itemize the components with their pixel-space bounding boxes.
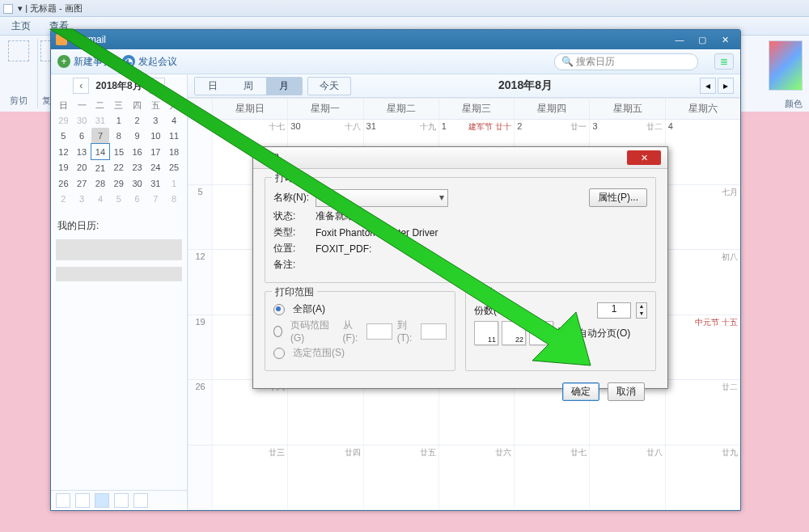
mini-cal-day[interactable]: 1: [109, 112, 128, 128]
mini-cal-day[interactable]: 4: [165, 112, 184, 128]
mini-cal-day[interactable]: 19: [54, 160, 73, 176]
mini-cal-day[interactable]: 13: [73, 144, 91, 160]
mini-cal-day[interactable]: 11: [165, 128, 184, 144]
mini-calendar[interactable]: 日一二三四五六 29303112345678910111213141516171…: [51, 97, 187, 208]
mini-cal-day[interactable]: 17: [146, 144, 165, 160]
print-ok-button[interactable]: 确定: [562, 382, 599, 401]
mini-cal-day[interactable]: 29: [109, 175, 128, 191]
range-all-radio[interactable]: [273, 304, 285, 315]
start-meeting-button[interactable]: ◔ 发起会议: [122, 55, 177, 69]
mini-cal-day[interactable]: 18: [165, 144, 184, 160]
month-day-cell[interactable]: 4: [665, 120, 740, 184]
print-close-button[interactable]: ✕: [627, 150, 661, 165]
mini-cal-day[interactable]: 29: [54, 112, 73, 128]
mini-cal-day[interactable]: 27: [73, 175, 91, 191]
calendar-tab-icon[interactable]: [95, 493, 109, 508]
month-day-cell[interactable]: 中元节 十五: [665, 315, 740, 380]
month-day-cell[interactable]: 七月: [665, 185, 740, 250]
mini-cal-day[interactable]: 6: [73, 128, 91, 144]
month-day-cell[interactable]: 廿六: [438, 445, 514, 510]
view-month-button[interactable]: 月: [266, 78, 302, 95]
printer-properties-button[interactable]: 属性(P)...: [589, 188, 647, 207]
mini-cal-day[interactable]: 15: [109, 144, 128, 160]
print-dialog-titlebar[interactable]: 打印 ✕: [253, 147, 667, 169]
mini-cal-day[interactable]: 2: [128, 112, 146, 128]
today-button[interactable]: 今天: [307, 77, 351, 95]
month-day-cell[interactable]: 廿七: [514, 445, 589, 510]
collate-label: 自动分页(O): [578, 327, 630, 340]
copies-input[interactable]: 1: [597, 302, 631, 319]
copies-spinner[interactable]: ▲▼: [636, 302, 647, 319]
rss-tab-icon[interactable]: [133, 493, 148, 508]
calendar-entry[interactable]: [56, 267, 182, 281]
range-pages-radio[interactable]: [273, 326, 282, 337]
mini-cal-day[interactable]: 30: [128, 175, 146, 191]
view-day-button[interactable]: 日: [195, 78, 231, 95]
new-event-button[interactable]: + 新建事务: [57, 55, 112, 69]
mini-cal-day[interactable]: 7: [91, 128, 110, 144]
mail-tab-icon[interactable]: [56, 493, 70, 508]
calendar-search-input[interactable]: 🔍 搜索日历: [554, 53, 698, 70]
range-to-input[interactable]: [421, 323, 447, 340]
view-week-button[interactable]: 周: [231, 78, 266, 95]
mini-cal-day[interactable]: 16: [128, 144, 146, 160]
collate-checkbox[interactable]: [558, 327, 570, 339]
range-from-input[interactable]: [366, 323, 392, 340]
ribbon-colors[interactable]: [769, 40, 803, 91]
month-day-cell[interactable]: 初八: [665, 250, 740, 315]
mini-cal-day[interactable]: 1: [165, 175, 184, 191]
print-cancel-button[interactable]: 取消: [608, 382, 645, 401]
mini-cal-day[interactable]: 23: [128, 160, 146, 176]
mini-cal-day[interactable]: 21: [91, 160, 110, 176]
month-day-cell[interactable]: 廿二: [665, 380, 740, 445]
month-day-cell[interactable]: 廿八: [589, 445, 664, 510]
cut-icon[interactable]: [8, 40, 29, 61]
printer-name-label: 名称(N):: [273, 191, 311, 205]
calendar-prev-button[interactable]: ◂: [700, 78, 716, 94]
mini-cal-day[interactable]: 5: [54, 128, 73, 144]
range-selection-radio[interactable]: [273, 348, 285, 359]
mini-cal-day[interactable]: 9: [128, 128, 146, 144]
collate-preview: 112233: [474, 321, 553, 345]
window-close-button[interactable]: ✕: [714, 33, 735, 46]
mini-cal-day[interactable]: 12: [54, 144, 73, 160]
mini-cal-day[interactable]: 3: [146, 112, 165, 128]
mini-cal-day[interactable]: 2: [54, 191, 73, 206]
calendar-next-button[interactable]: ▸: [718, 78, 734, 94]
contact-tab-icon[interactable]: [75, 493, 90, 508]
paint-tab-home[interactable]: 主页: [3, 17, 39, 36]
mini-cal-day[interactable]: 6: [128, 191, 146, 206]
mini-cal-day[interactable]: 20: [73, 160, 91, 176]
mini-cal-day[interactable]: 22: [109, 160, 128, 176]
meeting-icon: ◔: [122, 55, 135, 68]
printer-group: 打印机 名称(N): 属性(P)... 状态:准备就绪 类型:Foxit Pha…: [265, 177, 656, 283]
mini-cal-day[interactable]: 5: [109, 191, 128, 206]
mini-cal-next-button[interactable]: ›: [149, 78, 165, 94]
mini-cal-day[interactable]: 24: [146, 160, 165, 176]
mini-cal-day[interactable]: 3: [73, 191, 91, 206]
mini-cal-day[interactable]: 8: [109, 128, 128, 144]
month-day-cell[interactable]: 廿四: [287, 445, 362, 510]
mini-cal-day[interactable]: 8: [165, 191, 184, 206]
mini-cal-day[interactable]: 4: [91, 191, 110, 206]
mini-cal-day[interactable]: 14: [91, 144, 110, 160]
list-view-button[interactable]: ≣: [714, 53, 734, 70]
mini-cal-day[interactable]: 31: [91, 112, 110, 128]
month-day-cell[interactable]: 廿五: [363, 445, 438, 510]
mini-cal-day[interactable]: 31: [146, 175, 165, 191]
printer-name-combo[interactable]: [316, 189, 448, 207]
month-day-cell[interactable]: 廿九: [665, 445, 740, 510]
foxmail-titlebar[interactable]: Foxmail — ▢ ✕: [51, 30, 740, 49]
mini-cal-day[interactable]: 28: [91, 175, 110, 191]
window-maximize-button[interactable]: ▢: [692, 33, 713, 46]
mini-cal-day[interactable]: 7: [146, 191, 165, 206]
window-minimize-button[interactable]: —: [669, 33, 690, 46]
calendar-entry[interactable]: [56, 239, 182, 260]
mini-cal-prev-button[interactable]: ‹: [73, 78, 89, 94]
month-day-cell[interactable]: 廿三: [212, 445, 287, 510]
mini-cal-day[interactable]: 25: [165, 160, 184, 176]
mini-cal-day[interactable]: 10: [146, 128, 165, 144]
mini-cal-day[interactable]: 30: [73, 112, 91, 128]
mini-cal-day[interactable]: 26: [54, 175, 73, 191]
note-tab-icon[interactable]: [114, 493, 129, 508]
